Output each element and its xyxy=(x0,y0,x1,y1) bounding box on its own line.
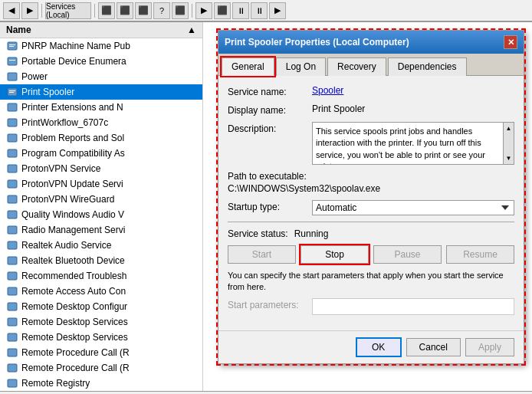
dialog-close-button[interactable]: ✕ xyxy=(504,35,517,49)
service-name-label: Service name: xyxy=(228,85,312,97)
action-buttons: Start Stop Pause Resume xyxy=(228,245,514,264)
tab-dependencies[interactable]: Dependencies xyxy=(388,57,467,76)
display-name-label: Display name: xyxy=(228,103,312,116)
scroll-down-arrow[interactable]: ▼ xyxy=(504,153,514,164)
service-status-value: Running xyxy=(294,228,329,239)
stop-button[interactable]: Stop xyxy=(300,245,369,264)
play-btn[interactable]: ▶ xyxy=(195,2,212,19)
dialog-tabs: General Log On Recovery Dependencies xyxy=(218,54,524,76)
toolbar-btn1[interactable]: ⬛ xyxy=(98,2,115,19)
tab-recovery[interactable]: Recovery xyxy=(327,57,386,76)
resume-button[interactable]: Resume xyxy=(446,245,514,264)
cancel-button[interactable]: Cancel xyxy=(406,338,461,356)
startup-type-row: Startup type: Automatic Automatic (Delay… xyxy=(228,200,514,215)
stop-toolbar-btn[interactable]: ⬛ xyxy=(214,2,231,19)
dialog-body: Service name: Spooler Display name: Prin… xyxy=(218,76,524,330)
dialog-overlay: Print Spooler Properties (Local Computer… xyxy=(0,22,532,391)
pause-toolbar-btn[interactable]: ⏸ xyxy=(232,2,249,19)
scroll-up-arrow[interactable]: ▲ xyxy=(504,123,514,134)
service-status-label: Service status: xyxy=(228,228,288,239)
toolbar-btn3[interactable]: ⬛ xyxy=(135,2,152,19)
display-name-value: Print Spooler xyxy=(312,103,514,114)
description-text: This service spools print jobs and handl… xyxy=(316,126,511,165)
startup-type-label: Startup type: xyxy=(228,200,312,212)
path-value: C:\WINDOWS\System32\spoolav.exe xyxy=(228,183,514,194)
start-params-description: You can specify the start parameters tha… xyxy=(228,270,514,294)
forward-btn[interactable]: ▶ xyxy=(21,2,38,19)
divider xyxy=(228,222,514,222)
services-panel: Name ▲ PNRP Machine Name Pub Portable De… xyxy=(0,21,532,391)
description-scrollbar[interactable]: ▲ ▼ xyxy=(503,123,514,164)
path-row: Path to executable: C:\WINDOWS\System32\… xyxy=(228,171,514,194)
dialog-footer: OK Cancel Apply xyxy=(218,330,524,363)
help-btn[interactable]: ? xyxy=(153,2,170,19)
back-btn[interactable]: ◀ xyxy=(3,2,20,19)
service-status-row: Service status: Running xyxy=(228,228,514,239)
service-name-row: Service name: Spooler xyxy=(228,85,514,97)
ok-button[interactable]: OK xyxy=(356,337,402,357)
properties-dialog: Print Spooler Properties (Local Computer… xyxy=(218,30,524,364)
status-bar: Enables remote users to modify regi... D… xyxy=(0,391,532,394)
main-window: Name ▲ PNRP Machine Name Pub Portable De… xyxy=(0,21,532,394)
apply-button[interactable]: Apply xyxy=(465,338,514,356)
dialog-titlebar: Print Spooler Properties (Local Computer… xyxy=(218,31,524,54)
toolbar-btn2[interactable]: ⬛ xyxy=(117,2,133,19)
toolbar-btn4[interactable]: ⬛ xyxy=(172,2,189,19)
description-box: This service spools print jobs and handl… xyxy=(312,122,514,165)
description-row: Description: This service spools print j… xyxy=(228,122,514,165)
services-local-btn[interactable]: Services (Local) xyxy=(45,2,91,19)
start-button[interactable]: Start xyxy=(228,245,296,264)
pause-button[interactable]: Pause xyxy=(373,245,442,264)
dialog-title: Print Spooler Properties (Local Computer… xyxy=(225,37,409,48)
tab-general[interactable]: General xyxy=(222,57,274,76)
display-name-row: Display name: Print Spooler xyxy=(228,103,514,116)
description-label: Description: xyxy=(228,122,312,134)
start-params-label: Start parameters: xyxy=(228,298,312,310)
tab-logon[interactable]: Log On xyxy=(276,57,326,76)
pause2-toolbar-btn[interactable]: ⏸ xyxy=(251,2,268,19)
path-label: Path to executable: xyxy=(228,171,514,182)
start-params-row: Start parameters: xyxy=(228,298,514,315)
toolbar: ◀ ▶ Services (Local) ⬛ ⬛ ⬛ ? ⬛ ▶ ⬛ ⏸ ⏸ ▶ xyxy=(0,0,532,21)
start-params-input[interactable] xyxy=(312,298,514,315)
resume-toolbar-btn[interactable]: ▶ xyxy=(269,2,286,19)
startup-type-select[interactable]: Automatic Automatic (Delayed Start) Manu… xyxy=(312,200,514,215)
service-name-value: Spooler xyxy=(312,85,514,96)
